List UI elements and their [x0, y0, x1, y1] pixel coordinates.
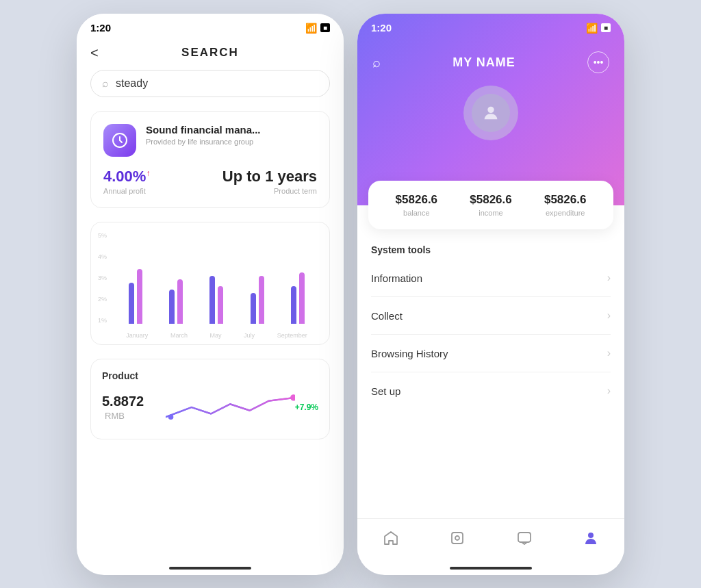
chevron-history-icon: › — [607, 347, 611, 359]
product-line-section: Product 5.8872 RMB — [90, 359, 330, 439]
product-stats: 4.00%↑ Annual profit Up to 1 years Produ… — [103, 168, 317, 195]
y-label-2: 2% — [98, 296, 107, 303]
product-amount-wrap: 5.8872 RMB — [102, 394, 166, 422]
battery-icon-right: ■ — [601, 23, 611, 32]
profit-arrow: ↑ — [146, 168, 150, 178]
annual-profit: 4.00%↑ Annual profit — [103, 168, 150, 195]
nav-home[interactable] — [372, 527, 410, 549]
line-start-dot — [168, 414, 174, 420]
profile-screen: 1:20 📶 ■ ⌕ MY NAME ••• — [357, 14, 624, 575]
chart-x-labels: January March May July September — [115, 332, 318, 339]
x-label-sep: September — [277, 332, 307, 339]
stat-balance: $5826.6 balance — [379, 193, 454, 217]
bar-group-jan — [129, 269, 142, 324]
y-label-1: 1% — [98, 317, 107, 324]
line-end-dot — [290, 394, 295, 400]
avatar-inner — [472, 94, 510, 132]
svg-point-1 — [487, 107, 494, 113]
system-tools-title: System tools — [371, 244, 611, 255]
menu-item-setup[interactable]: Set up › — [371, 372, 611, 409]
balance-label: balance — [379, 209, 454, 217]
menu-item-information[interactable]: Information › — [371, 259, 611, 297]
search-screen: 1:20 📶 ■ < SEARCH ⌕ steady — [77, 14, 344, 575]
status-icons-right: 📶 ■ — [586, 23, 611, 34]
product-section-title: Product — [102, 370, 318, 381]
product-name: Sound financial mana... — [146, 124, 317, 136]
search-input-wrap[interactable]: ⌕ steady — [90, 70, 330, 97]
product-change: +7.9% — [295, 402, 318, 412]
svg-rect-2 — [452, 533, 463, 544]
information-label: Information — [371, 272, 422, 284]
system-tools-section: System tools Information › Collect › Bro… — [357, 229, 624, 409]
stat-income: $5826.6 income — [454, 193, 528, 217]
bar-jul-blue — [251, 293, 256, 324]
nav-profile[interactable] — [572, 527, 610, 549]
bar-jan-pink — [137, 269, 142, 324]
avatar — [463, 86, 518, 140]
product-info: Sound financial mana... Provided by life… — [146, 124, 317, 146]
chevron-setup-icon: › — [607, 385, 611, 397]
product-top: Sound financial mana... Provided by life… — [103, 124, 317, 157]
stats-card: $5826.6 balance $5826.6 income $5826.6 e… — [368, 181, 613, 229]
chart-y-labels: 5% 4% 3% 2% 1% — [98, 232, 107, 324]
bar-group-may — [209, 276, 223, 324]
bar-mar-blue — [169, 290, 175, 324]
search-icon: ⌕ — [102, 77, 109, 90]
bar-group-mar — [169, 279, 183, 324]
home-indicator-right — [357, 554, 624, 575]
y-label-4: 4% — [98, 253, 107, 260]
battery-icon-left: ■ — [320, 23, 330, 32]
menu-item-browsing-history[interactable]: Browsing History › — [371, 335, 611, 372]
avatar-icon — [481, 103, 500, 123]
bar-group-jul — [251, 276, 264, 324]
bar-may-blue — [209, 276, 215, 324]
x-label-mar: March — [170, 332, 188, 339]
status-bar-right: 1:20 📶 ■ — [357, 14, 624, 39]
bar-sep-pink — [299, 272, 305, 324]
collect-label: Collect — [371, 310, 403, 322]
bar-group-sep — [291, 272, 305, 324]
chevron-collect-icon: › — [607, 309, 611, 322]
product-card: Sound financial mana... Provided by life… — [90, 111, 330, 208]
home-indicator-left — [77, 554, 344, 575]
bar-may-pink — [218, 286, 223, 324]
bar-jan-blue — [129, 283, 134, 324]
y-label-5: 5% — [98, 232, 107, 239]
product-icon — [103, 124, 136, 157]
clock-icon — [112, 132, 128, 149]
search-input[interactable]: steady — [116, 77, 148, 90]
product-provider: Provided by life insurance group — [146, 138, 317, 146]
bar-mar-pink — [177, 279, 183, 324]
gradient-header: 1:20 📶 ■ ⌕ MY NAME ••• — [357, 14, 624, 205]
more-button[interactable]: ••• — [587, 51, 609, 73]
menu-item-collect[interactable]: Collect › — [371, 297, 611, 335]
product-currency: RMB — [105, 411, 125, 421]
income-value: $5826.6 — [454, 193, 528, 207]
term-val: Up to 1 years — [222, 168, 317, 186]
x-label-jan: January — [126, 332, 148, 339]
bar-sep-blue — [291, 286, 296, 324]
x-label-jul: July — [244, 332, 255, 339]
product-term: Up to 1 years Product term — [222, 168, 317, 195]
profile-icon — [583, 530, 599, 546]
header-search-icon[interactable]: ⌕ — [372, 55, 381, 71]
home-icon — [383, 530, 399, 546]
nav-discover[interactable] — [438, 527, 476, 549]
wifi-icon-right: 📶 — [586, 23, 598, 34]
status-bar-left: 1:20 📶 ■ — [77, 14, 344, 39]
ellipsis-icon: ••• — [594, 57, 604, 68]
bar-chart: 5% 4% 3% 2% 1% — [90, 222, 330, 345]
nav-messages[interactable] — [505, 527, 544, 549]
status-time-left: 1:20 — [90, 22, 111, 34]
y-label-3: 3% — [98, 274, 107, 281]
expenditure-value: $5826.6 — [528, 193, 602, 207]
product-amount: 5.8872 — [102, 394, 144, 409]
expenditure-label: expenditure — [528, 209, 602, 217]
discover-icon — [449, 530, 466, 546]
income-label: income — [454, 209, 528, 217]
x-label-may: May — [209, 332, 221, 339]
back-button[interactable]: < — [90, 45, 99, 61]
svg-point-3 — [455, 536, 459, 540]
chart-bars-area — [115, 232, 318, 324]
bar-jul-pink — [259, 276, 264, 324]
